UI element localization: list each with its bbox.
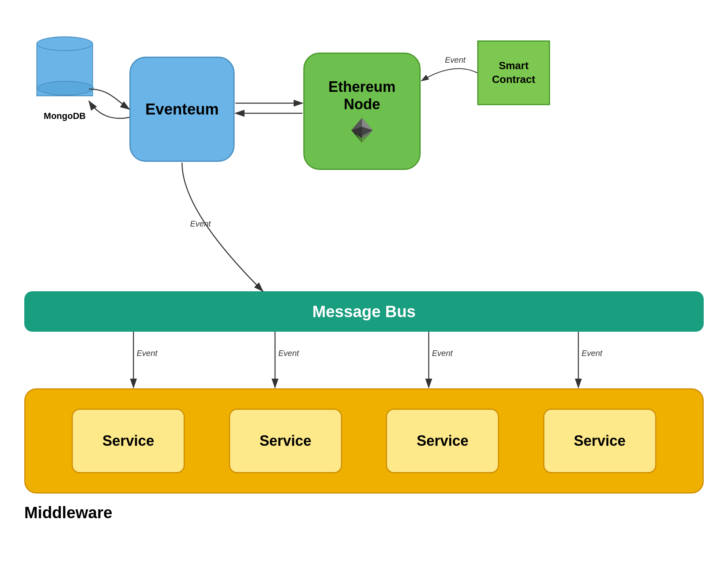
ethereum-box: EthereumNode [303, 53, 421, 170]
event-label-eventeum-bus: Event [190, 219, 212, 228]
message-bus-label: Message Bus [312, 303, 416, 321]
diagram-container: MongoDB Eventeum EthereumNode Smart Cont… [0, 0, 728, 572]
middleware-container: Service Service Service Service [24, 388, 704, 494]
cylinder-bottom [37, 81, 94, 95]
smart-contract-box: Smart Contract [477, 40, 550, 105]
message-bus: Message Bus [24, 291, 704, 332]
service-box-2: Service [229, 409, 342, 473]
event-label-smart-contract: Event [445, 55, 466, 64]
service-label-4: Service [574, 432, 626, 449]
mongodb-component: MongoDB [32, 36, 97, 117]
eventeum-box: Eventeum [129, 57, 235, 162]
mongodb-label: MongoDB [44, 111, 86, 121]
service-box-1: Service [72, 409, 185, 473]
event-label-service1: Event [137, 349, 158, 358]
smart-contract-label: Smart Contract [478, 59, 549, 87]
service-label-2: Service [260, 432, 311, 449]
middleware-label: Middleware [24, 504, 112, 522]
event-label-service3: Event [432, 349, 453, 358]
service-box-4: Service [543, 409, 656, 473]
service-label-3: Service [417, 432, 468, 449]
cylinder-body [36, 44, 93, 96]
service-label-1: Service [102, 432, 154, 449]
ethereum-diamond-icon [348, 116, 376, 144]
cylinder-top [36, 36, 93, 51]
eventeum-label: Eventeum [145, 101, 219, 118]
ethereum-label: EthereumNode [328, 78, 396, 113]
service-box-3: Service [386, 409, 499, 473]
event-label-service4: Event [582, 349, 603, 358]
event-label-service2: Event [278, 349, 300, 358]
